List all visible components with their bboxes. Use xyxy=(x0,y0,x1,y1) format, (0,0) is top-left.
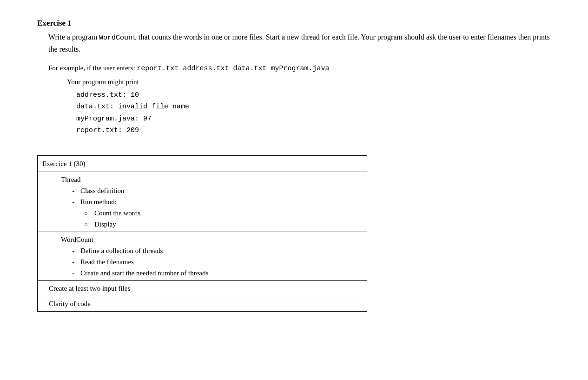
dash-icon-5: - xyxy=(70,267,77,279)
grading-table: Exercice 1 (30) Thread - Class definitio… xyxy=(37,155,367,312)
wordcount-section-cell: WordCount - Define a collection of threa… xyxy=(38,232,367,280)
table-row-thread-section: Thread - Class definition - Run method: … xyxy=(38,172,367,232)
wordcount-label: WordCount xyxy=(42,234,362,245)
thread-subitem-count: ○ Count the words xyxy=(42,207,362,219)
example-output: address.txt: 10 data.txt: invalid file n… xyxy=(76,89,551,137)
output-line-3: myProgram.java: 97 xyxy=(76,113,551,125)
wordcount-item-2: - Read the filenames xyxy=(42,256,362,267)
dash-icon-3: - xyxy=(70,245,77,256)
table-header-row: Exercice 1 (30) xyxy=(38,155,367,172)
example-block: For example, if the user enters: report.… xyxy=(48,62,551,137)
output-line-1: address.txt: 10 xyxy=(76,89,551,101)
exercise-body: Write a program WordCount that counts th… xyxy=(48,32,551,137)
table-row-input-files: Create at least two input files xyxy=(38,280,367,296)
thread-subitem-display: ○ Display xyxy=(42,219,362,230)
thread-section-cell: Thread - Class definition - Run method: … xyxy=(38,172,367,232)
clarity-cell: Clarity of code xyxy=(38,296,367,311)
example-intro-line: For example, if the user enters: report.… xyxy=(48,62,551,74)
wordcount-item-3: - Create and start the needed number of … xyxy=(42,267,362,279)
output-line-2: data.txt: invalid file name xyxy=(76,101,551,113)
example-output-intro: Your program might print xyxy=(67,76,551,87)
table-row-wordcount-section: WordCount - Define a collection of threa… xyxy=(38,232,367,280)
table-header: Exercice 1 (30) xyxy=(38,155,367,172)
wordcount-item-1: - Define a collection of threads xyxy=(42,245,362,256)
thread-label: Thread xyxy=(42,174,362,185)
output-line-4: report.txt: 209 xyxy=(76,125,551,137)
table-section: Exercice 1 (30) Thread - Class definitio… xyxy=(37,155,367,312)
dash-icon-2: - xyxy=(70,196,77,207)
exercise-title: Exercise 1 xyxy=(37,19,551,28)
exercise-description: Write a program WordCount that counts th… xyxy=(48,32,551,55)
input-files-cell: Create at least two input files xyxy=(38,280,367,296)
circle-bullet-2: ○ xyxy=(84,220,91,230)
circle-bullet-1: ○ xyxy=(84,209,91,219)
dash-icon-4: - xyxy=(70,256,77,267)
thread-item-class: - Class definition xyxy=(42,185,362,196)
table-row-clarity: Clarity of code xyxy=(38,296,367,311)
dash-icon-1: - xyxy=(70,185,77,196)
thread-item-run: - Run method: xyxy=(42,196,362,207)
